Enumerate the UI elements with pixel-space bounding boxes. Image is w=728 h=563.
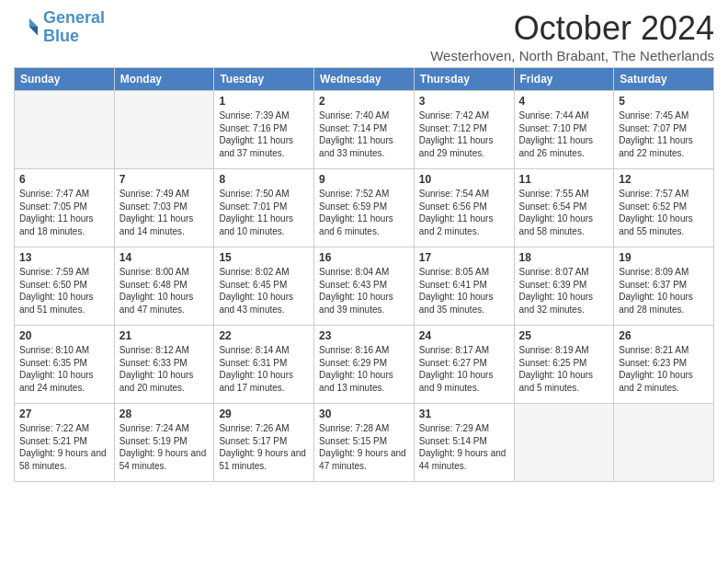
day-number: 13 [19, 251, 109, 264]
calendar-cell [614, 404, 714, 482]
weekday-header-sunday: Sunday [15, 68, 115, 91]
cell-details: Sunrise: 7:26 AM Sunset: 5:17 PM Dayligh… [219, 422, 309, 472]
cell-details: Sunrise: 7:44 AM Sunset: 7:10 PM Dayligh… [519, 109, 609, 159]
day-number: 20 [19, 329, 109, 342]
cell-details: Sunrise: 8:00 AM Sunset: 6:48 PM Dayligh… [119, 266, 210, 316]
cell-details: Sunrise: 8:02 AM Sunset: 6:45 PM Dayligh… [219, 266, 309, 316]
header: General Blue October 2024 Westerhoven, N… [14, 9, 714, 63]
day-number: 19 [619, 251, 709, 264]
logo-text: General Blue [43, 9, 105, 46]
day-number: 7 [119, 173, 210, 186]
cell-details: Sunrise: 8:09 AM Sunset: 6:37 PM Dayligh… [619, 266, 709, 316]
cell-details: Sunrise: 8:10 AM Sunset: 6:35 PM Dayligh… [19, 344, 109, 394]
cell-details: Sunrise: 7:47 AM Sunset: 7:05 PM Dayligh… [19, 188, 109, 237]
week-row-5: 27Sunrise: 7:22 AM Sunset: 5:21 PM Dayli… [15, 404, 714, 482]
day-number: 8 [219, 173, 309, 186]
day-number: 9 [319, 173, 409, 186]
calendar-cell: 29Sunrise: 7:26 AM Sunset: 5:17 PM Dayli… [214, 404, 314, 482]
cell-details: Sunrise: 8:05 AM Sunset: 6:41 PM Dayligh… [419, 266, 509, 316]
calendar-cell: 16Sunrise: 8:04 AM Sunset: 6:43 PM Dayli… [314, 247, 415, 326]
calendar-cell: 12Sunrise: 7:57 AM Sunset: 6:52 PM Dayli… [614, 169, 714, 247]
week-row-4: 20Sunrise: 8:10 AM Sunset: 6:35 PM Dayli… [15, 326, 714, 404]
cell-details: Sunrise: 7:55 AM Sunset: 6:54 PM Dayligh… [519, 188, 609, 237]
week-row-3: 13Sunrise: 7:59 AM Sunset: 6:50 PM Dayli… [15, 247, 714, 326]
cell-details: Sunrise: 7:29 AM Sunset: 5:14 PM Dayligh… [419, 422, 509, 472]
cell-details: Sunrise: 7:42 AM Sunset: 7:12 PM Dayligh… [419, 109, 509, 159]
day-number: 10 [419, 173, 509, 186]
calendar-cell: 17Sunrise: 8:05 AM Sunset: 6:41 PM Dayli… [414, 247, 514, 326]
calendar-cell: 19Sunrise: 8:09 AM Sunset: 6:37 PM Dayli… [614, 247, 714, 326]
calendar-cell: 28Sunrise: 7:24 AM Sunset: 5:19 PM Dayli… [114, 404, 214, 482]
day-number: 5 [619, 95, 709, 108]
calendar-cell: 8Sunrise: 7:50 AM Sunset: 7:01 PM Daylig… [214, 169, 314, 247]
cell-details: Sunrise: 7:28 AM Sunset: 5:15 PM Dayligh… [319, 422, 409, 472]
cell-details: Sunrise: 8:17 AM Sunset: 6:27 PM Dayligh… [419, 344, 509, 394]
calendar-cell [114, 91, 214, 169]
calendar-cell: 4Sunrise: 7:44 AM Sunset: 7:10 PM Daylig… [514, 91, 614, 169]
day-number: 23 [319, 329, 409, 342]
day-number: 22 [219, 329, 309, 342]
calendar-cell: 24Sunrise: 8:17 AM Sunset: 6:27 PM Dayli… [414, 326, 514, 404]
calendar-cell: 14Sunrise: 8:00 AM Sunset: 6:48 PM Dayli… [114, 247, 214, 326]
cell-details: Sunrise: 8:14 AM Sunset: 6:31 PM Dayligh… [219, 344, 309, 394]
weekday-header-thursday: Thursday [414, 68, 514, 91]
cell-details: Sunrise: 7:22 AM Sunset: 5:21 PM Dayligh… [19, 422, 109, 472]
cell-details: Sunrise: 7:54 AM Sunset: 6:56 PM Dayligh… [419, 188, 509, 237]
weekday-header-monday: Monday [114, 68, 214, 91]
title-block: October 2024 Westerhoven, North Brabant,… [430, 9, 714, 63]
calendar-cell: 21Sunrise: 8:12 AM Sunset: 6:33 PM Dayli… [114, 326, 214, 404]
day-number: 1 [219, 95, 309, 108]
calendar-header: SundayMondayTuesdayWednesdayThursdayFrid… [15, 68, 714, 91]
weekday-header-tuesday: Tuesday [214, 68, 314, 91]
location: Westerhoven, North Brabant, The Netherla… [430, 48, 714, 63]
day-number: 25 [519, 329, 609, 342]
weekday-header-wednesday: Wednesday [314, 68, 415, 91]
svg-marker-1 [29, 27, 38, 35]
day-number: 11 [519, 173, 609, 186]
weekday-header-friday: Friday [514, 68, 614, 91]
calendar-cell: 11Sunrise: 7:55 AM Sunset: 6:54 PM Dayli… [514, 169, 614, 247]
day-number: 28 [119, 408, 210, 420]
day-number: 16 [319, 251, 409, 264]
cell-details: Sunrise: 7:24 AM Sunset: 5:19 PM Dayligh… [119, 422, 210, 472]
calendar-cell: 26Sunrise: 8:21 AM Sunset: 6:23 PM Dayli… [614, 326, 714, 404]
cell-details: Sunrise: 7:40 AM Sunset: 7:14 PM Dayligh… [319, 109, 409, 159]
cell-details: Sunrise: 7:49 AM Sunset: 7:03 PM Dayligh… [119, 188, 210, 237]
cell-details: Sunrise: 7:45 AM Sunset: 7:07 PM Dayligh… [619, 109, 709, 159]
calendar-cell: 3Sunrise: 7:42 AM Sunset: 7:12 PM Daylig… [414, 91, 514, 169]
calendar-cell: 27Sunrise: 7:22 AM Sunset: 5:21 PM Dayli… [15, 404, 115, 482]
calendar-body: 1Sunrise: 7:39 AM Sunset: 7:16 PM Daylig… [15, 91, 714, 482]
day-number: 29 [219, 408, 309, 420]
day-number: 30 [319, 408, 409, 420]
calendar-cell [514, 404, 614, 482]
calendar-cell: 31Sunrise: 7:29 AM Sunset: 5:14 PM Dayli… [414, 404, 514, 482]
day-number: 4 [519, 95, 609, 108]
week-row-1: 1Sunrise: 7:39 AM Sunset: 7:16 PM Daylig… [15, 91, 714, 169]
page: General Blue October 2024 Westerhoven, N… [0, 0, 728, 563]
day-number: 3 [419, 95, 509, 108]
calendar-cell: 2Sunrise: 7:40 AM Sunset: 7:14 PM Daylig… [314, 91, 415, 169]
cell-details: Sunrise: 7:50 AM Sunset: 7:01 PM Dayligh… [219, 188, 309, 237]
logo-icon [14, 15, 40, 40]
weekday-header-saturday: Saturday [614, 68, 714, 91]
cell-details: Sunrise: 8:19 AM Sunset: 6:25 PM Dayligh… [519, 344, 609, 394]
calendar-cell: 30Sunrise: 7:28 AM Sunset: 5:15 PM Dayli… [314, 404, 415, 482]
calendar-cell: 9Sunrise: 7:52 AM Sunset: 6:59 PM Daylig… [314, 169, 415, 247]
day-number: 17 [419, 251, 509, 264]
logo: General Blue [14, 9, 105, 46]
cell-details: Sunrise: 7:59 AM Sunset: 6:50 PM Dayligh… [19, 266, 109, 316]
calendar-table: SundayMondayTuesdayWednesdayThursdayFrid… [14, 67, 714, 482]
day-number: 21 [119, 329, 210, 342]
calendar-cell: 13Sunrise: 7:59 AM Sunset: 6:50 PM Dayli… [15, 247, 115, 326]
cell-details: Sunrise: 7:52 AM Sunset: 6:59 PM Dayligh… [319, 188, 409, 237]
svg-marker-0 [29, 18, 38, 27]
calendar-cell: 18Sunrise: 8:07 AM Sunset: 6:39 PM Dayli… [514, 247, 614, 326]
cell-details: Sunrise: 7:57 AM Sunset: 6:52 PM Dayligh… [619, 188, 709, 237]
calendar-cell: 22Sunrise: 8:14 AM Sunset: 6:31 PM Dayli… [214, 326, 314, 404]
calendar-cell: 23Sunrise: 8:16 AM Sunset: 6:29 PM Dayli… [314, 326, 415, 404]
day-number: 24 [419, 329, 509, 342]
day-number: 14 [119, 251, 210, 264]
calendar-cell: 6Sunrise: 7:47 AM Sunset: 7:05 PM Daylig… [15, 169, 115, 247]
calendar-cell: 15Sunrise: 8:02 AM Sunset: 6:45 PM Dayli… [214, 247, 314, 326]
day-number: 2 [319, 95, 409, 108]
